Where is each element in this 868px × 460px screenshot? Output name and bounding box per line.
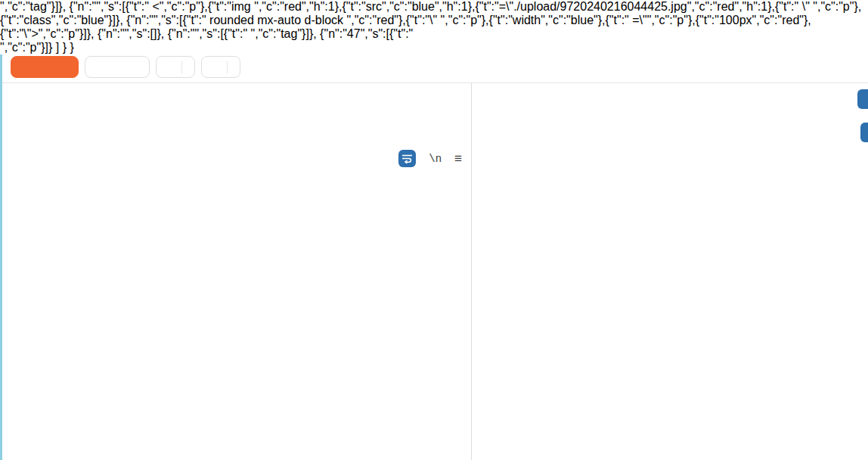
send-button[interactable] — [11, 56, 79, 78]
cancel-button[interactable] — [85, 56, 150, 78]
repeater-window: \n ≡ — [0, 54, 868, 460]
request-panel-title — [2, 83, 471, 94]
newline-icon[interactable]: \n — [429, 153, 442, 165]
inspector-icon[interactable] — [860, 123, 868, 142]
toolbar — [2, 54, 868, 83]
word-wrap-icon[interactable] — [398, 150, 416, 167]
button-divider — [227, 61, 228, 73]
request-panel: \n ≡ — [2, 83, 471, 460]
word-wrap-glyph — [401, 154, 413, 163]
next-request-button[interactable] — [201, 56, 240, 78]
prev-request-button[interactable] — [156, 56, 195, 78]
panels-container: \n ≡ — [2, 83, 868, 460]
response-panel-title — [472, 83, 868, 94]
response-panel — [472, 83, 868, 460]
request-editor-icons: \n ≡ — [398, 150, 462, 167]
request-tabbar — [2, 94, 471, 120]
response-tabbar — [472, 94, 868, 120]
inspector-icon[interactable] — [857, 89, 868, 109]
menu-icon[interactable]: ≡ — [454, 151, 462, 166]
button-divider — [181, 61, 182, 73]
